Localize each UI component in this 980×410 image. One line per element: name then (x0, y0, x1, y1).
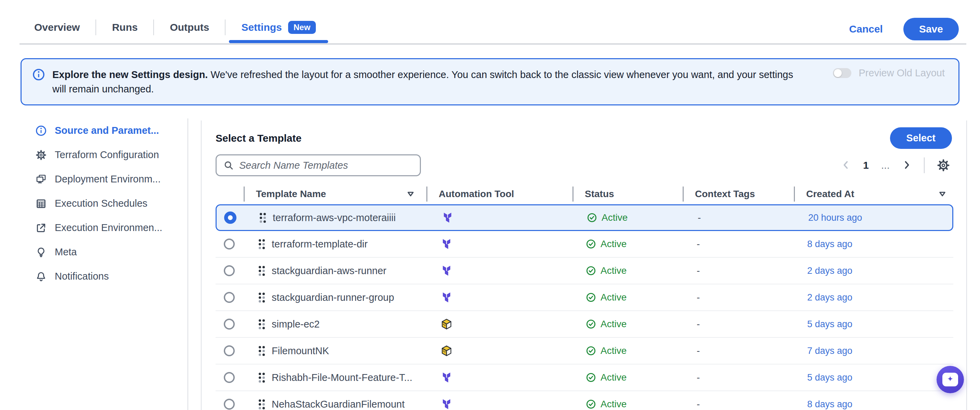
column-divider (794, 186, 795, 202)
bulb-icon (36, 247, 46, 258)
table-row[interactable]: NehaStackGuardianFilemountActive-8 days … (216, 391, 953, 410)
table-row[interactable]: Rishabh-File-Mount-Feature-T...Active-5 … (216, 364, 953, 391)
table-row[interactable]: stackguardian-runner-groupActive-2 days … (216, 284, 953, 311)
radio-unselected[interactable] (224, 372, 235, 383)
drag-handle-icon[interactable] (259, 319, 265, 329)
drag-handle-icon[interactable] (259, 266, 265, 276)
banner-title: Explore the new Settings design. (52, 69, 208, 80)
terraform-icon (441, 211, 454, 224)
created-at-link[interactable]: 8 days ago (794, 239, 953, 249)
automation-tool-cell (426, 371, 573, 384)
search-row: 1 ... (216, 154, 966, 176)
radio-cell (216, 238, 243, 249)
column-label: Template Name (256, 189, 326, 200)
table-settings-gear-icon[interactable] (937, 159, 950, 172)
sidebar-item-label: Notifications (55, 271, 109, 282)
created-at-link[interactable]: 2 days ago (794, 292, 953, 303)
radio-selected[interactable] (224, 211, 237, 224)
check-circle-icon (586, 319, 596, 329)
table-row[interactable]: terraform-aws-vpc-moteraiiiiActive-20 ho… (216, 204, 953, 231)
sidebar-item-execution-environmen[interactable]: Execution Environmen... (36, 216, 188, 240)
radio-unselected[interactable] (224, 265, 235, 276)
context-tags-cell: - (682, 372, 794, 383)
tab-outputs[interactable]: Outputs (154, 19, 225, 36)
drag-handle-icon[interactable] (260, 213, 266, 223)
table-row[interactable]: terraform-template-dirActive-8 days ago (216, 231, 953, 258)
save-button[interactable]: Save (904, 18, 959, 40)
sidebar-item-source-and-paramet[interactable]: Source and Paramet... (36, 118, 188, 143)
drag-handle-icon[interactable] (259, 292, 265, 302)
status-cell: Active (573, 265, 682, 276)
radio-unselected[interactable] (224, 238, 235, 249)
column-header-created-at[interactable]: Created At (794, 184, 947, 203)
radio-unselected[interactable] (224, 345, 235, 356)
info-icon (32, 68, 45, 81)
top-actions: Cancel Save (849, 18, 959, 40)
banner-toggle-group: Preview Old Layout (833, 67, 945, 79)
next-page-button[interactable] (902, 160, 912, 171)
template-name: Rishabh-File-Mount-Feature-T... (272, 372, 412, 383)
template-name: simple-ec2 (272, 319, 320, 330)
drag-handle-icon[interactable] (259, 399, 265, 409)
radio-cell (216, 265, 243, 276)
content: Source and Paramet...Terraform Configura… (0, 121, 980, 410)
status-badge: Active (601, 399, 627, 410)
status-cell: Active (573, 212, 684, 223)
sidebar-item-deployment-environm[interactable]: Deployment Environm... (36, 167, 188, 191)
table-row[interactable]: FilemountNKActive-7 days ago (216, 338, 953, 364)
template-name: NehaStackGuardianFilemount (272, 399, 404, 410)
created-at-link[interactable]: 8 days ago (794, 399, 953, 410)
info-icon (36, 125, 46, 136)
created-at-link[interactable]: 7 days ago (794, 346, 953, 356)
radio-unselected[interactable] (224, 319, 235, 330)
preview-old-layout-toggle[interactable] (833, 68, 851, 78)
search-box[interactable] (216, 154, 421, 176)
column-header-automation-tool: Automation Tool (426, 184, 573, 203)
sidebar-item-execution-schedules[interactable]: Execution Schedules (36, 191, 188, 216)
tab-settings[interactable]: SettingsNew (226, 19, 332, 36)
sidebar-item-terraform-configuration[interactable]: Terraform Configuration (36, 143, 188, 167)
table-row[interactable]: simple-ec2Active-5 days ago (216, 311, 953, 338)
status-cell: Active (573, 292, 682, 303)
tab-label: Overview (34, 22, 80, 33)
automation-tool-cell (426, 318, 573, 330)
opentofu-icon (441, 345, 453, 357)
drag-handle-icon[interactable] (259, 373, 265, 383)
column-header-template-name[interactable]: Template Name (243, 184, 426, 203)
chevron-left-icon (841, 160, 851, 171)
radio-cell (216, 319, 243, 330)
opentofu-icon (441, 318, 453, 330)
status-badge: Active (601, 238, 627, 249)
template-name: terraform-template-dir (272, 238, 368, 250)
search-input[interactable] (239, 160, 413, 171)
drag-handle-icon[interactable] (259, 239, 265, 249)
cancel-button[interactable]: Cancel (849, 23, 883, 35)
toggle-knob (834, 69, 842, 77)
automation-tool-cell (426, 345, 573, 357)
ai-assistant-fab[interactable] (937, 366, 964, 393)
sidebar-item-meta[interactable]: Meta (36, 240, 188, 264)
bell-icon (36, 271, 46, 282)
radio-unselected[interactable] (224, 399, 235, 410)
page-number: 1 (863, 159, 869, 171)
created-at-link[interactable]: 5 days ago (794, 372, 953, 383)
created-at-link[interactable]: 5 days ago (794, 319, 953, 330)
table-row[interactable]: stackguardian-aws-runnerActive-2 days ag… (216, 258, 953, 284)
template-name: FilemountNK (272, 345, 329, 357)
created-at-link[interactable]: 2 days ago (794, 265, 953, 276)
drag-handle-icon[interactable] (259, 346, 265, 356)
prev-page-button[interactable] (841, 160, 851, 171)
radio-unselected[interactable] (224, 292, 235, 303)
tab-overview[interactable]: Overview (34, 19, 95, 36)
check-circle-icon (586, 372, 596, 383)
sidebar-item-notifications[interactable]: Notifications (36, 264, 188, 289)
sidebar-item-label: Execution Environmen... (55, 222, 162, 234)
tab-runs[interactable]: Runs (96, 19, 153, 36)
page-title: Select a Template (216, 132, 301, 144)
column-divider (682, 186, 684, 202)
column-divider (426, 186, 427, 202)
template-panel: Select a Template Select 1 ... Template … (201, 121, 967, 410)
select-button[interactable]: Select (890, 127, 952, 149)
status-badge: Active (601, 319, 627, 330)
created-at-link[interactable]: 20 hours ago (795, 213, 952, 223)
